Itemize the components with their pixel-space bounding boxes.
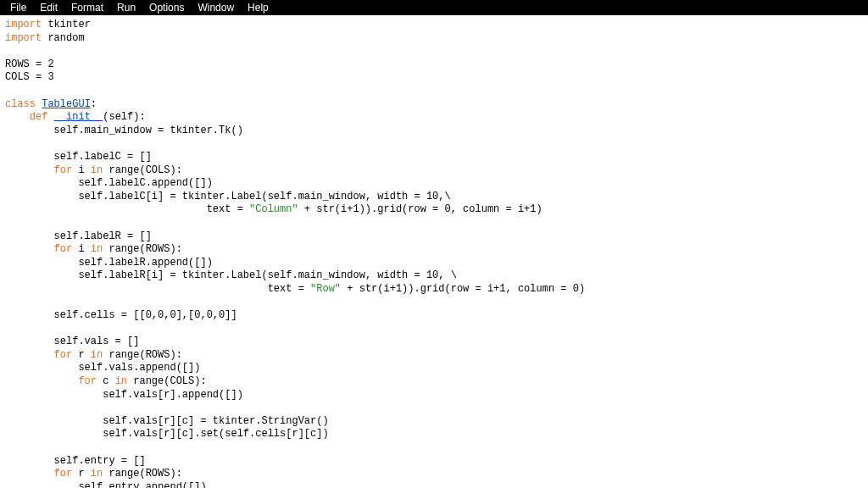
code-indent [5,428,103,440]
code-indent [5,336,54,347]
code-text: self.entry.append([]) [78,481,206,488]
code-editor[interactable]: import tkinter import random ROWS = 2 CO… [0,15,868,488]
keyword-import: import [5,19,42,30]
code-text: tkinter [42,19,91,30]
keyword-for: for [78,375,97,387]
code-text: self.labelR = [] [54,230,152,242]
menu-file[interactable]: File [3,2,33,14]
code-text: self.labelR[i] = tkinter.Label(self.main… [78,269,456,281]
code-indent [5,349,54,361]
menu-window[interactable]: Window [191,2,241,14]
code-indent [5,151,54,163]
code-indent [5,468,54,480]
menu-help[interactable]: Help [241,2,275,14]
code-text: self.vals.append([]) [78,362,200,374]
keyword-for: for [54,468,73,480]
code-text: (self): [103,111,145,123]
code-indent [5,389,103,401]
menubar: File Edit Format Run Options Window Help [0,0,868,15]
string-literal: "Row" [310,283,341,295]
code-text: range(ROWS): [103,349,182,361]
code-indent [5,362,78,374]
code-indent [5,111,30,123]
code-indent [5,455,54,467]
code-text: self.labelC[i] = tkinter.Label(self.main… [78,191,450,202]
code-indent [5,375,78,387]
code-text: r [72,349,91,361]
code-text: r [72,468,91,480]
code-text: : [91,98,97,110]
code-text: self.entry = [] [54,455,146,467]
keyword-for: for [54,349,73,361]
menu-format[interactable]: Format [64,2,110,14]
keyword-in: in [91,164,103,176]
keyword-in: in [91,468,103,480]
keyword-in: in [91,349,103,361]
menu-run[interactable]: Run [110,2,142,14]
code-indent [5,257,78,269]
code-text: random [42,32,84,44]
code-text: ROWS = 2 [5,58,54,70]
keyword-for: for [54,243,73,255]
keyword-import: import [5,32,42,44]
code-indent [5,243,54,255]
keyword-def: def [30,111,48,123]
code-text: self.labelR.append([]) [78,257,212,269]
code-indent [5,177,78,189]
code-indent: text = [5,283,310,295]
code-text: self.labelC = [] [54,151,152,163]
function-name: __init__ [54,111,103,123]
code-indent [5,309,54,321]
keyword-in: in [115,375,127,387]
code-text: self.vals[r].append([]) [103,389,243,401]
code-indent [5,191,78,202]
code-text: + str(i+1)).grid(row = 0, column = i+1) [298,203,542,215]
code-text: self.cells = [[0,0,0],[0,0,0]] [54,309,237,321]
code-text: COLS = 3 [5,71,54,83]
code-text: self.vals[r][c] = tkinter.StringVar() [103,415,328,427]
string-literal: "Column" [249,203,298,215]
code-indent: text = [5,203,249,215]
keyword-for: for [54,164,73,176]
code-indent [5,164,54,176]
menu-edit[interactable]: Edit [33,2,64,14]
menu-options[interactable]: Options [142,2,191,14]
code-text: i [72,164,91,176]
code-indent [5,125,54,136]
code-indent [5,415,103,427]
keyword-class: class [5,98,36,110]
code-text: c [97,375,115,387]
class-name: TableGUI [42,98,91,110]
code-text: self.labelC.append([]) [78,177,212,189]
code-text: self.vals[r][c].set(self.cells[r][c]) [103,428,328,440]
code-indent [5,230,54,242]
code-indent [5,481,78,488]
code-text: self.vals = [] [54,336,140,347]
code-text: i [72,243,91,255]
code-text: range(COLS): [103,164,182,176]
keyword-in: in [91,243,103,255]
code-text: range(COLS): [127,375,207,387]
code-indent [5,269,78,281]
code-text [47,111,53,123]
code-text: range(ROWS): [103,468,182,480]
code-text: self.main_window = tkinter.Tk() [54,125,243,136]
code-text: + str(i+1)).grid(row = i+1, column = 0) [341,283,585,295]
code-text: range(ROWS): [103,243,182,255]
